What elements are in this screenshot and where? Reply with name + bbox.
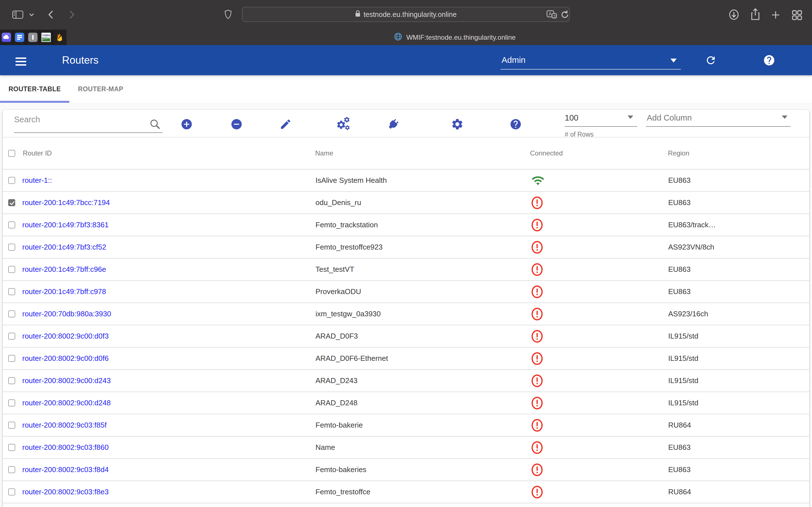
router-region: RU864 xyxy=(668,414,691,436)
privacy-shield-icon[interactable] xyxy=(224,9,232,20)
pinned-tab-docs[interactable] xyxy=(13,30,27,45)
forward-button-icon[interactable] xyxy=(68,10,75,19)
reload-icon[interactable] xyxy=(560,10,569,20)
browser-tab-bar: USDA WMIF:testnode.eu.thingularity.onlin… xyxy=(0,30,812,45)
row-checkbox[interactable] xyxy=(8,266,15,273)
share-icon[interactable] xyxy=(750,8,761,21)
router-id-link[interactable]: router-200:8002:9c00:d0f6 xyxy=(22,348,109,369)
error-status-icon xyxy=(531,330,543,344)
router-region: EU863 xyxy=(668,437,691,458)
row-checkbox[interactable] xyxy=(8,377,15,384)
router-table-body: router-1:: IsAlive System Health EU863 r… xyxy=(3,170,809,503)
select-all-checkbox[interactable] xyxy=(8,150,15,157)
tab-overview-icon[interactable] xyxy=(791,9,802,20)
router-id-link[interactable]: router-200:1c49:7bff:c978 xyxy=(22,281,106,302)
tab-router-table[interactable]: ROUTER-TABLE xyxy=(0,75,69,103)
downloads-icon[interactable] xyxy=(728,9,740,20)
add-column-select[interactable]: Add Column xyxy=(647,113,692,122)
table-row: router-200:1c49:7bf3:8361 Femto_tracksta… xyxy=(3,214,809,236)
search-icon xyxy=(149,118,161,131)
new-tab-icon[interactable] xyxy=(771,10,780,20)
pinned-tabs: USDA xyxy=(0,30,66,45)
edit-button[interactable] xyxy=(280,118,292,131)
row-checkbox[interactable] xyxy=(8,333,15,340)
router-region: RU864 xyxy=(668,481,691,503)
table-header: Router ID Name Connected Region xyxy=(3,137,809,169)
row-checkbox[interactable] xyxy=(8,177,15,184)
router-name: ixm_testgw_0a3930 xyxy=(315,303,380,325)
router-id-link[interactable]: router-200:8002:9c03:f8d4 xyxy=(22,459,109,481)
browser-toolbar: testnode.eu.thingularity.online A文 xyxy=(0,0,812,30)
router-name: ARAD_D0F3 xyxy=(315,325,358,347)
router-id-link[interactable]: router-200:8002:9c00:d243 xyxy=(22,370,111,392)
router-id-link[interactable]: router-200:1c49:7bcc:7194 xyxy=(22,192,110,214)
tab-router-map[interactable]: ROUTER-MAP xyxy=(69,75,132,103)
connect-button[interactable] xyxy=(387,117,400,132)
back-button-icon[interactable] xyxy=(47,10,54,19)
docs-icon xyxy=(15,33,24,42)
svg-text:A: A xyxy=(549,11,552,16)
active-tab-indicator xyxy=(0,101,69,103)
table-help-button[interactable] xyxy=(509,118,522,131)
row-checkbox[interactable] xyxy=(8,221,15,228)
services-button[interactable] xyxy=(336,116,352,133)
search-input[interactable]: Search xyxy=(14,115,40,124)
row-checkbox[interactable] xyxy=(8,489,15,496)
row-checkbox[interactable] xyxy=(8,466,15,473)
sidebar-chevron-icon[interactable] xyxy=(29,13,34,17)
row-checkbox[interactable] xyxy=(8,421,15,429)
pinned-tab-firebase[interactable] xyxy=(53,30,66,45)
router-region: EU863 xyxy=(668,459,691,481)
pinned-tab-cloud[interactable] xyxy=(0,30,13,45)
row-checkbox[interactable] xyxy=(8,288,15,295)
router-id-link[interactable]: router-200:8002:9c03:f860 xyxy=(22,437,109,458)
router-id-link[interactable]: router-200:70db:980a:3930 xyxy=(22,303,111,325)
settings-button[interactable] xyxy=(451,118,464,132)
svg-text:文: 文 xyxy=(553,14,556,18)
cloud-icon xyxy=(2,33,11,42)
table-row: router-200:1c49:7bff:c978 ProverkaODU EU… xyxy=(3,281,809,303)
row-checkbox[interactable] xyxy=(8,311,15,318)
rows-per-page-select[interactable]: 100 xyxy=(565,113,578,122)
row-checkbox[interactable] xyxy=(8,199,15,206)
add-button[interactable] xyxy=(181,118,193,131)
active-tab[interactable]: WMIF:testnode.eu.thingularity.online xyxy=(82,30,812,45)
lock-icon xyxy=(355,10,361,19)
translate-icon[interactable]: A文 xyxy=(546,10,557,20)
refresh-icon[interactable] xyxy=(705,45,717,75)
error-status-icon xyxy=(531,374,543,389)
pinned-tab-pill[interactable] xyxy=(27,30,40,45)
user-select[interactable]: Admin xyxy=(500,45,681,75)
router-id-link[interactable]: router-200:8002:9c03:f8e3 xyxy=(22,481,109,503)
router-id-link[interactable]: router-200:1c49:7bf3:cf52 xyxy=(22,236,106,258)
remove-button[interactable] xyxy=(231,118,243,131)
router-id-link[interactable]: router-200:8002:9c00:d248 xyxy=(22,392,111,414)
error-status-icon xyxy=(531,418,543,433)
router-name: ProverkaODU xyxy=(315,281,361,302)
router-id-link[interactable]: router-200:8002:9c00:d0f3 xyxy=(22,325,109,347)
error-status-icon xyxy=(531,196,543,211)
router-id-link[interactable]: router-200:1c49:7bff:c96e xyxy=(22,259,106,280)
router-region: IL915/std xyxy=(668,348,698,369)
menu-icon[interactable] xyxy=(15,57,26,66)
address-bar[interactable]: testnode.eu.thingularity.online xyxy=(242,7,570,22)
row-checkbox[interactable] xyxy=(8,355,15,362)
row-checkbox[interactable] xyxy=(8,244,15,251)
add-column-underline xyxy=(646,126,791,127)
table-row: router-200:8002:9c00:d243 ARAD_D243 IL91… xyxy=(3,370,809,392)
router-id-link[interactable]: router-200:8002:9c03:f85f xyxy=(22,414,107,436)
router-name: odu_Denis_ru xyxy=(315,192,361,214)
router-id-link[interactable]: router-1:: xyxy=(22,170,52,191)
row-checkbox[interactable] xyxy=(8,399,15,406)
error-status-icon xyxy=(531,485,543,500)
help-icon[interactable] xyxy=(763,45,775,75)
pinned-tab-usda[interactable]: USDA xyxy=(40,30,53,45)
router-id-link[interactable]: router-200:1c49:7bf3:8361 xyxy=(22,214,109,236)
sidebar-toggle-icon[interactable] xyxy=(12,10,23,19)
row-checkbox[interactable] xyxy=(8,444,15,451)
usda-icon: USDA xyxy=(42,33,51,42)
router-name: Name xyxy=(315,437,335,458)
error-status-icon xyxy=(531,352,543,367)
col-router-id: Router ID xyxy=(23,137,52,169)
error-status-icon xyxy=(531,307,543,322)
